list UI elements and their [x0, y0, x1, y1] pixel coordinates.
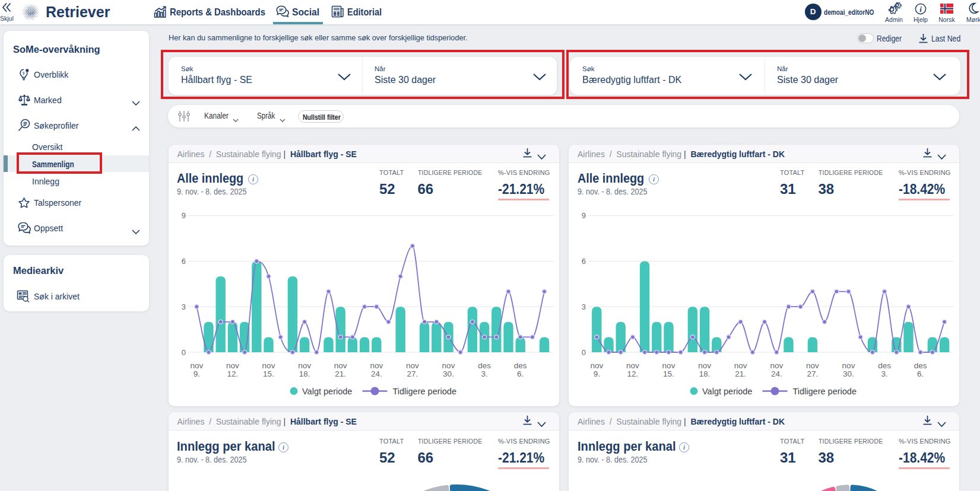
svg-text:15.: 15. — [263, 369, 274, 378]
svg-text:3: 3 — [181, 302, 185, 311]
svg-text:i: i — [919, 5, 922, 14]
svg-text:6.: 6. — [517, 369, 524, 378]
svg-text:30.: 30. — [843, 369, 854, 378]
svg-text:3.: 3. — [481, 369, 487, 378]
svg-text:30.: 30. — [443, 369, 454, 378]
svg-text:Tidligere periode: Tidligere periode — [793, 387, 857, 396]
svg-text:Tidligere periode: Tidligere periode — [392, 387, 456, 396]
svg-text:27.: 27. — [407, 369, 418, 378]
svg-text:3.: 3. — [881, 369, 887, 378]
svg-text:24.: 24. — [771, 369, 782, 378]
svg-text:12.: 12. — [627, 369, 639, 378]
svg-text:6: 6 — [181, 257, 185, 266]
svg-text:9.: 9. — [594, 369, 600, 378]
svg-text:21.: 21. — [735, 369, 746, 378]
svg-text:12.: 12. — [227, 369, 238, 378]
svg-text:6: 6 — [582, 257, 586, 266]
svg-text:15.: 15. — [663, 369, 674, 378]
svg-text:9: 9 — [582, 211, 586, 220]
svg-text:18.: 18. — [699, 369, 711, 378]
svg-text:21.: 21. — [335, 369, 346, 378]
svg-text:18.: 18. — [299, 369, 310, 378]
svg-text:Valgt periode: Valgt periode — [702, 387, 752, 396]
svg-text:3: 3 — [582, 302, 586, 311]
svg-text:6.: 6. — [917, 369, 924, 378]
svg-text:0: 0 — [582, 348, 586, 357]
svg-text:9.: 9. — [193, 369, 199, 378]
svg-text:9: 9 — [181, 211, 185, 220]
svg-text:24.: 24. — [370, 369, 382, 378]
svg-text:27.: 27. — [807, 369, 819, 378]
svg-text:Valgt periode: Valgt periode — [302, 387, 352, 396]
svg-text:0: 0 — [181, 348, 185, 357]
